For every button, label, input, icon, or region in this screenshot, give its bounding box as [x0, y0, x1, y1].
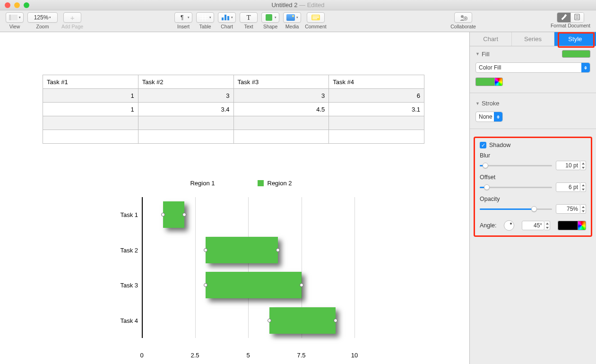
chart-bar[interactable] [206, 272, 302, 298]
media-button[interactable]: ▾ [283, 12, 301, 23]
insert-button[interactable]: ¶▾ [174, 12, 192, 23]
shadow-checkbox[interactable]: ✓ [480, 142, 486, 148]
table-button[interactable]: ▾ [196, 12, 214, 23]
chevron-down-icon: ▾ [19, 16, 21, 19]
inspector-mode-segmented[interactable] [557, 12, 584, 23]
chevron-down-icon: ▾ [275, 16, 276, 19]
table-header[interactable]: Task #1 [43, 75, 138, 89]
document-edited-state: Edited [307, 1, 325, 9]
stroke-section-toggle[interactable]: ▼ Stroke [475, 100, 590, 107]
opacity-slider[interactable] [480, 205, 552, 213]
offset-slider[interactable] [480, 183, 552, 191]
shape-button[interactable]: ▾ [261, 12, 279, 23]
table-cell[interactable]: 3.1 [329, 103, 424, 116]
chart-object[interactable]: Region 1 Region 2 02.557.510Task 1Task 2… [99, 180, 383, 348]
shadow-color-well[interactable] [558, 221, 586, 230]
zoom-select[interactable]: 125%▾ [27, 12, 58, 23]
selection-handle[interactable] [182, 213, 186, 217]
minimize-window-button[interactable] [14, 2, 20, 8]
table-cell[interactable]: 4.5 [233, 103, 329, 116]
insert-label: Insert [177, 24, 190, 29]
shadow-label: Shadow [489, 142, 510, 148]
table-cell[interactable]: 3 [233, 89, 329, 103]
fill-section-label: Fill [482, 51, 490, 58]
document-canvas[interactable]: Task #1 Task #2 Task #3 Task #4 1 3 3 6 … [0, 32, 469, 364]
chart-plot-area[interactable]: 02.557.510Task 1Task 2Task 3Task 4 [142, 197, 383, 348]
table-cell[interactable]: 1 [43, 89, 138, 103]
stroke-type-select[interactable]: None [475, 112, 503, 122]
table-header[interactable]: Task #4 [329, 75, 424, 89]
table-header[interactable]: Task #3 [233, 75, 329, 89]
format-mode-button[interactable] [557, 13, 570, 22]
table-cell[interactable]: 3 [138, 89, 233, 103]
shadow-color-swatch[interactable] [558, 221, 578, 230]
table-cell[interactable] [233, 116, 329, 130]
view-button[interactable]: ▾ [6, 12, 24, 23]
document-mode-button[interactable] [570, 13, 584, 22]
table-cell[interactable]: 6 [329, 89, 424, 103]
opacity-field[interactable]: 75% [556, 204, 580, 214]
selection-handle[interactable] [161, 213, 165, 217]
disclosure-triangle-icon: ▼ [475, 52, 480, 56]
close-window-button[interactable] [5, 2, 10, 8]
tab-series[interactable]: Series [512, 32, 554, 46]
chart-bar[interactable] [163, 201, 184, 228]
blur-stepper[interactable] [580, 161, 586, 170]
text-icon: T [244, 14, 253, 21]
selection-handle[interactable] [300, 283, 303, 287]
offset-value: 6 pt [569, 184, 578, 191]
chart-bar[interactable] [269, 307, 336, 334]
shape-label: Shape [263, 24, 277, 29]
data-table[interactable]: Task #1 Task #2 Task #3 Task #4 1 3 3 6 … [43, 75, 424, 144]
selection-handle[interactable] [276, 248, 280, 252]
table-header[interactable]: Task #2 [138, 75, 233, 89]
fill-color-swatch[interactable] [475, 78, 494, 86]
selection-handle[interactable] [204, 248, 207, 252]
table-cell[interactable] [329, 116, 424, 130]
chart-bar[interactable] [206, 237, 278, 263]
y-axis-line [142, 197, 143, 338]
table-cell[interactable]: 3.4 [138, 103, 233, 116]
table-cell[interactable] [138, 116, 233, 130]
media-icon [286, 14, 295, 21]
angle-stepper[interactable] [544, 221, 550, 230]
zoom-window-button[interactable] [24, 2, 29, 8]
collaborate-button[interactable] [454, 12, 472, 23]
angle-label: Angle: [480, 222, 496, 229]
offset-field[interactable]: 6 pt [556, 182, 580, 192]
selection-handle[interactable] [334, 319, 337, 322]
angle-dial[interactable] [504, 220, 514, 231]
comment-icon [311, 14, 320, 21]
table-cell[interactable] [43, 130, 138, 144]
opacity-stepper[interactable] [580, 204, 586, 214]
table-cell[interactable] [233, 130, 329, 144]
table-cell[interactable]: 1 [43, 103, 138, 116]
fill-type-value: Color Fill [479, 64, 501, 71]
chevron-down-icon: ▾ [209, 16, 211, 19]
table-cell[interactable] [138, 130, 233, 144]
fill-section-toggle[interactable]: ▼ Fill [475, 51, 490, 58]
offset-stepper[interactable] [580, 182, 586, 192]
add-page-button[interactable]: + [63, 12, 81, 23]
fill-color-well[interactable] [475, 78, 590, 86]
tab-style[interactable]: Style [554, 32, 596, 46]
table-cell[interactable] [43, 116, 138, 130]
blur-slider[interactable] [480, 162, 552, 169]
tab-chart[interactable]: Chart [470, 32, 512, 46]
color-wheel-icon[interactable] [578, 221, 586, 230]
angle-value: 45° [534, 222, 542, 229]
blur-field[interactable]: 10 pt [556, 161, 580, 170]
chart-button[interactable]: ▾ [218, 12, 236, 23]
selection-handle[interactable] [204, 283, 207, 287]
color-wheel-icon[interactable] [494, 78, 503, 86]
table-cell[interactable] [329, 130, 424, 144]
chevron-down-icon: ▾ [296, 16, 298, 19]
angle-field[interactable]: 45° [522, 221, 544, 230]
comment-button[interactable] [307, 12, 325, 23]
text-button[interactable]: T [240, 12, 258, 23]
stroke-section-label: Stroke [482, 100, 500, 107]
fill-type-select[interactable]: Color Fill [475, 62, 590, 73]
selection-handle[interactable] [268, 319, 271, 322]
document-label: Document [568, 23, 590, 28]
x-tick-label: 10 [351, 352, 358, 359]
